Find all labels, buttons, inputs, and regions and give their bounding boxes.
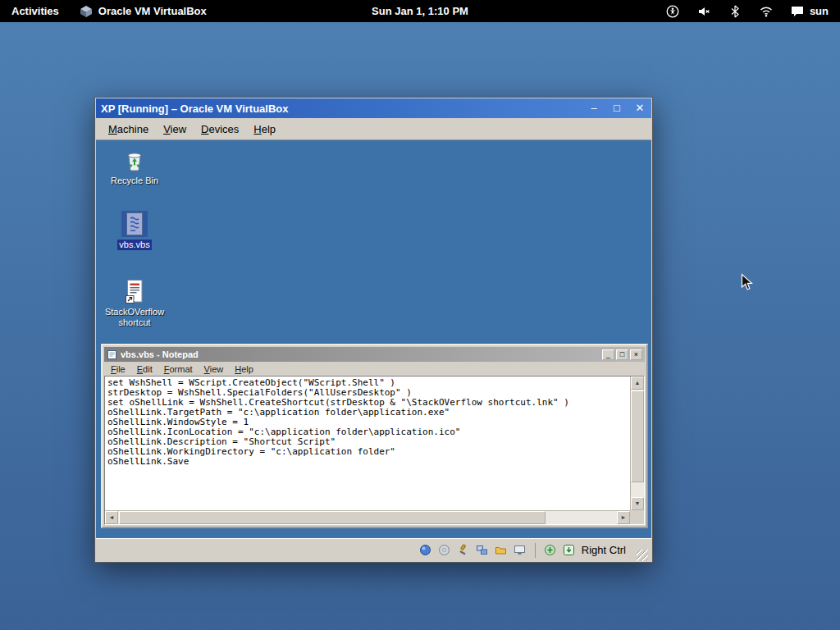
menu-edit[interactable]: Edit [132, 363, 158, 376]
hostkey-state-icon[interactable] [563, 544, 576, 557]
virtualbox-titlebar[interactable]: XP [Running] – Oracle VM VirtualBox – □ … [96, 98, 651, 118]
menu-view[interactable]: View [199, 363, 229, 376]
code-line: oShellLink.Save [107, 457, 628, 467]
maximize-icon[interactable]: □ [610, 102, 623, 115]
vbscript-file-icon [121, 211, 148, 237]
horizontal-scroll-thumb[interactable] [119, 511, 546, 524]
window-title: XP [Running] – Oracle VM VirtualBox [101, 103, 289, 115]
notepad-menubar: File Edit Format View Help [104, 362, 645, 376]
virtualbox-icon [79, 4, 94, 19]
menu-machine[interactable]: Machine [101, 120, 156, 139]
cd-icon[interactable] [438, 544, 451, 557]
vertical-scrollbar[interactable]: ▲ ▼ [630, 377, 644, 510]
scroll-left-icon[interactable]: ◄ [105, 511, 118, 524]
icon-label: Recycle Bin [109, 176, 160, 186]
recycle-bin-icon [121, 147, 148, 173]
activities-button[interactable]: Activities [0, 0, 71, 22]
mouse-cursor [741, 273, 753, 294]
username-label: sun [810, 5, 829, 17]
menu-file[interactable]: File [106, 363, 130, 376]
display-icon[interactable] [514, 544, 527, 557]
vertical-scroll-thumb[interactable] [631, 390, 644, 482]
notepad-icon [107, 349, 117, 360]
hostkey-label: Right Ctrl [582, 544, 631, 556]
menu-view[interactable]: View [156, 120, 194, 139]
close-icon[interactable]: ✕ [633, 102, 646, 115]
menu-devices[interactable]: Devices [194, 120, 246, 139]
notepad-title: vbs.vbs - Notepad [121, 349, 199, 359]
statusbar-separator [535, 543, 536, 558]
volume-muted-icon[interactable] [697, 5, 710, 18]
shortcut-file-icon [121, 278, 148, 304]
icon-label: vbs.vbs [117, 240, 151, 250]
notepad-text[interactable]: set WshShell = WScript.CreateObject("WSc… [105, 377, 630, 510]
focused-app-indicator[interactable]: Oracle VM VirtualBox [71, 4, 215, 19]
notepad-window: vbs.vbs - Notepad _ □ × File Edit Format… [101, 344, 648, 528]
close-icon[interactable]: × [630, 349, 642, 360]
wifi-icon[interactable] [760, 5, 773, 18]
virtualbox-menubar: Machine View Devices Help [96, 118, 651, 140]
icon-label: StackOVerflow shortcut [103, 307, 166, 328]
scrollbar-corner [630, 510, 644, 524]
scroll-right-icon[interactable]: ► [617, 511, 630, 524]
menu-help[interactable]: Help [246, 120, 283, 139]
notepad-edit-area[interactable]: set WshShell = WScript.CreateObject("WSc… [104, 376, 645, 525]
focused-app-title: Oracle VM VirtualBox [98, 5, 207, 17]
desktop-icon-vbs[interactable]: vbs.vbs [104, 211, 165, 250]
horizontal-scrollbar[interactable]: ◄ ► [105, 510, 630, 524]
clock[interactable]: Sun Jan 1, 1:10 PM [372, 0, 468, 22]
virtualbox-window: XP [Running] – Oracle VM VirtualBox – □ … [94, 97, 653, 563]
harddisk-icon[interactable] [419, 544, 432, 557]
accessibility-icon[interactable] [666, 5, 679, 18]
desktop-icon-recycle-bin[interactable]: Recycle Bin [104, 147, 165, 186]
vm-screen[interactable]: Recycle Bin vbs.vbs StackOVerflow shortc… [96, 140, 651, 538]
desktop-icon-stackoverflow-shortcut[interactable]: StackOVerflow shortcut [104, 278, 165, 328]
resize-grip[interactable] [637, 550, 648, 561]
maximize-icon[interactable]: □ [616, 349, 628, 360]
user-menu[interactable]: sun [791, 5, 829, 17]
selection-overlay [121, 211, 148, 237]
minimize-icon[interactable]: _ [602, 349, 614, 360]
usb-icon[interactable] [457, 544, 470, 557]
virtualbox-statusbar: Right Ctrl [96, 538, 651, 561]
notepad-titlebar[interactable]: vbs.vbs - Notepad _ □ × [104, 347, 645, 362]
scroll-up-icon[interactable]: ▲ [631, 377, 644, 390]
minimize-icon[interactable]: – [587, 102, 600, 115]
mouse-integration-icon[interactable] [544, 544, 557, 557]
gnome-top-bar: Activities Oracle VM VirtualBox Sun Jan … [0, 0, 840, 22]
bluetooth-icon[interactable] [728, 5, 742, 18]
chat-bubble-icon [791, 6, 804, 17]
network-icon[interactable] [476, 544, 489, 557]
menu-format[interactable]: Format [159, 363, 198, 376]
menu-help[interactable]: Help [230, 363, 258, 376]
shared-folders-icon[interactable] [495, 544, 508, 557]
scroll-down-icon[interactable]: ▼ [631, 497, 644, 510]
host-desktop: Activities Oracle VM VirtualBox Sun Jan … [0, 0, 840, 630]
